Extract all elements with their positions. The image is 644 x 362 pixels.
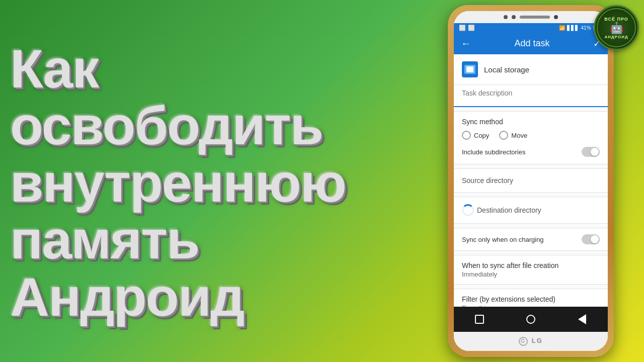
app-bar-title: Add task [514,38,549,49]
back-button[interactable]: ← [461,38,471,49]
status-left-icons: ⬜ ⬜ [459,25,475,31]
russian-line1: Как освободить [10,40,382,154]
status-bar: ⬜ ⬜ 📶 ▋▋▋ 41% 9:16 [454,23,608,33]
triangle-icon [578,314,586,324]
russian-line3: память [10,211,382,268]
wifi-icon: 📶 [559,25,565,31]
copy-radio[interactable] [462,131,471,140]
sync-method-title: Sync method [462,118,600,126]
battery-percent: 41% [581,25,591,31]
status-icon-1: ⬜ [459,25,466,31]
camera-dot [504,15,508,19]
include-subdirectories-row: Include subdirectories [462,146,600,158]
nav-square-button[interactable] [469,312,490,327]
sync-options: Copy Move [462,131,600,140]
lg-logo: G LG [519,337,543,346]
phone-bottom-hardware: G LG [454,332,608,351]
source-directory-row[interactable]: Source directory [454,168,608,193]
when-to-sync-section[interactable]: When to sync after file creation Immedia… [454,255,608,285]
move-label: Move [511,132,527,139]
task-description-input[interactable] [462,85,600,101]
move-radio[interactable] [499,131,508,140]
copy-label: Copy [474,132,489,139]
app-bar: ← Add task ✓ [454,33,608,54]
filter-section[interactable]: Filter (by extensions selected) Everythi… [454,289,608,307]
charging-toggle[interactable] [582,234,600,244]
russian-line4: Андроид [10,268,382,325]
nav-back-button[interactable] [572,312,592,327]
content-area: Local storage Sync method Copy Move [454,54,608,307]
include-subdirectories-toggle[interactable] [582,147,600,157]
source-directory-label: Source directory [462,176,513,185]
move-option[interactable]: Move [499,131,527,140]
square-icon [475,315,484,324]
bottom-nav [454,307,608,332]
sync-method-section: Sync method Copy Move Include subdirecto… [454,111,608,164]
include-subdirectories-label: Include subdirectories [462,148,525,156]
corner-badge: ВСЁ ПРО 🤖 АНДРОИД [594,5,639,50]
russian-line2: внутреннюю [10,154,382,211]
storage-label: Local storage [484,65,529,74]
nav-home-button[interactable] [521,312,541,327]
storage-icon [462,61,478,77]
status-icon-2: ⬜ [468,25,475,31]
charging-label: Sync only when on charging [462,236,544,243]
circle-g: G [519,337,528,346]
camera-dot-2 [512,15,516,19]
front-camera [554,15,558,19]
copy-option[interactable]: Copy [462,131,489,140]
speaker-bar [520,16,550,19]
when-to-sync-title: When to sync after file creation [462,261,600,269]
when-to-sync-value: Immediately [462,270,600,278]
filter-title: Filter (by extensions selected) [462,295,600,303]
phone-top-hardware [454,11,608,23]
circle-icon [526,315,535,324]
russian-text-overlay: Как освободить внутреннюю память Андроид [10,40,382,325]
phone-device: ⬜ ⬜ 📶 ▋▋▋ 41% 9:16 ← Add task ✓ Local st… [448,5,614,357]
task-description-section [454,85,608,107]
loading-spinner [462,204,474,216]
destination-directory-label: Destination directory [477,206,541,214]
storage-header: Local storage [454,54,608,85]
charging-row: Sync only when on charging [454,228,608,251]
signal-bars: ▋▋▋ [567,25,579,31]
destination-directory-row[interactable]: Destination directory [454,197,608,224]
lg-text: LG [532,337,543,344]
